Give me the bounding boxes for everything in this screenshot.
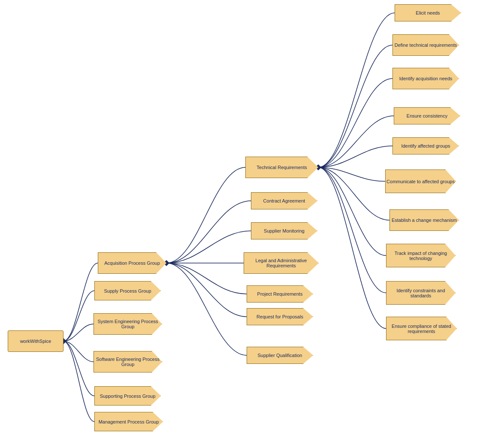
connection-root-softeng (63, 341, 94, 362)
node-support[interactable]: Supporting Process Group (94, 386, 161, 406)
node-acq[interactable]: Acquisition Process Group (98, 252, 166, 274)
connection-root-mgmt (63, 341, 94, 422)
node-id_affected[interactable]: Identify affected groups (392, 137, 459, 154)
node-id_constraints[interactable]: Identify constraints and standards (386, 281, 456, 305)
node-track[interactable]: Track impact of changing technology (386, 244, 456, 267)
connection-acq-supplier_qual (166, 263, 247, 355)
node-legal[interactable]: Legal and Administrative Requirements (244, 252, 319, 274)
node-id_acq[interactable]: Identify acquisition needs (392, 68, 459, 89)
node-root[interactable]: workWithSpice (8, 330, 63, 352)
node-syseng[interactable]: System Engineering Process Group (94, 313, 162, 335)
node-techreq[interactable]: Technical Requirements (245, 157, 318, 178)
node-establish[interactable]: Establish a change mechanism (389, 209, 459, 231)
node-define_tech[interactable]: Define technical requirements (392, 34, 459, 56)
node-ensure_comply[interactable]: Ensure compliance of stated requirements (386, 317, 457, 340)
node-elicit[interactable]: Elicit needs (395, 4, 461, 21)
connection-techreq-define_tech (318, 45, 392, 167)
mind-map-container: workWithSpiceAcquisition Process GroupSu… (0, 0, 504, 445)
node-projreq[interactable]: Project Requirements (247, 285, 313, 303)
node-rfp[interactable]: Request for Proposals (247, 308, 313, 325)
connection-root-support (63, 341, 94, 396)
node-softeng[interactable]: Software Engineering Process Group (94, 351, 162, 372)
node-contract[interactable]: Contract Agreement (251, 192, 317, 209)
connection-root-acq (63, 263, 98, 341)
connection-root-supply (63, 291, 94, 342)
node-ensure_consist[interactable]: Ensure consistency (394, 107, 460, 124)
node-mgmt[interactable]: Management Process Group (94, 412, 163, 431)
connection-techreq-id_affected (318, 146, 392, 167)
connection-techreq-elicit (318, 13, 395, 167)
connection-acq-supplier_mon (166, 231, 251, 263)
node-communicate[interactable]: Communicate to affected groups (385, 170, 456, 193)
node-supply[interactable]: Supply Process Group (94, 281, 161, 300)
node-supplier_mon[interactable]: Supplier Monitoring (251, 222, 317, 239)
connection-techreq-id_constraints (318, 167, 386, 293)
node-supplier_qual[interactable]: Supplier Qualification (247, 347, 313, 364)
connection-techreq-id_acq (318, 79, 392, 167)
